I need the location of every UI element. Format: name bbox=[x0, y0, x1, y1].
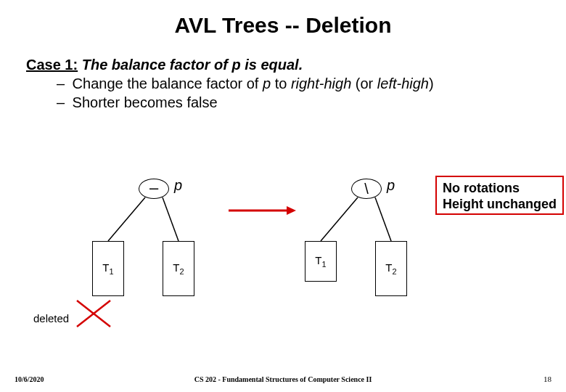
note-line1: No rotations bbox=[443, 180, 557, 196]
svg-line-1 bbox=[163, 197, 179, 241]
left-subtree-t2: T2 bbox=[163, 241, 194, 296]
svg-line-7 bbox=[77, 301, 110, 327]
svg-line-0 bbox=[108, 197, 145, 241]
footer-course: CS 202 - Fundamental Structures of Compu… bbox=[0, 375, 566, 383]
note-box: No rotations Height unchanged bbox=[435, 176, 564, 215]
svg-line-6 bbox=[77, 301, 110, 327]
left-subtree-t1: T1 bbox=[92, 241, 124, 296]
footer-page-number: 18 bbox=[544, 375, 551, 383]
svg-line-2 bbox=[321, 197, 358, 241]
right-node-p: \ bbox=[351, 179, 382, 199]
svg-marker-5 bbox=[287, 206, 296, 215]
note-line2: Height unchanged bbox=[443, 196, 557, 212]
right-p-label: p bbox=[387, 177, 395, 194]
svg-line-3 bbox=[375, 197, 391, 241]
left-p-label: p bbox=[174, 177, 182, 194]
diagram: – p T1 T2 \ p T1 T2 No rotations Height … bbox=[0, 0, 566, 392]
right-subtree-t1: T1 bbox=[305, 241, 337, 282]
right-subtree-t2: T2 bbox=[375, 241, 407, 296]
slide: AVL Trees -- Deletion Case 1: The balanc… bbox=[0, 0, 566, 392]
left-node-p: – bbox=[139, 179, 169, 199]
deleted-label: deleted bbox=[33, 312, 69, 324]
